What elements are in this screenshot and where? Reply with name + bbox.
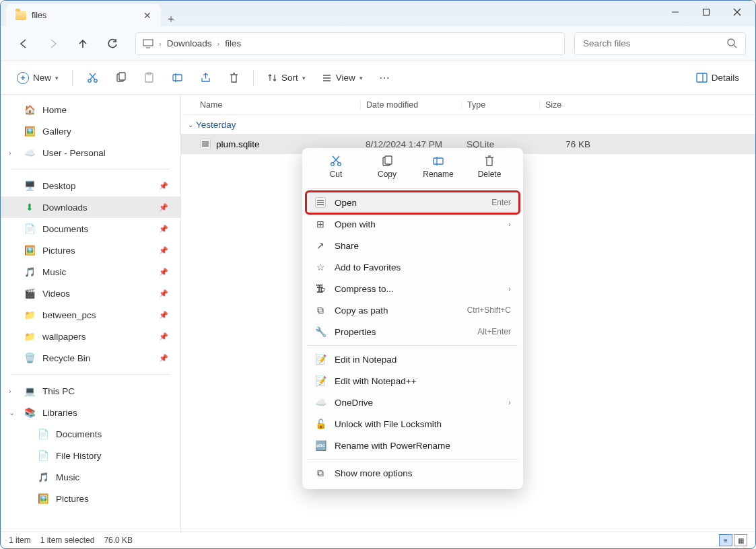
chevron-right-icon[interactable]: › (9, 149, 11, 157)
col-name[interactable]: Name (200, 100, 360, 110)
tab-files[interactable]: files ✕ (6, 4, 161, 26)
sort-label: Sort (281, 73, 298, 83)
sidebar-item-desktop[interactable]: 🖥️Desktop📌 (1, 175, 180, 196)
sidebar-item-videos[interactable]: 🎬Videos📌 (1, 283, 180, 304)
ctx-compress[interactable]: 🗜Compress to...› (306, 278, 519, 299)
svg-rect-29 (434, 158, 443, 164)
details-button[interactable]: Details (689, 67, 746, 89)
chevron-right-icon: › (508, 285, 511, 293)
tab-close-icon[interactable]: ✕ (143, 10, 151, 21)
search-icon (727, 38, 737, 48)
group-yesterday[interactable]: ⌄Yesterday (181, 115, 755, 134)
view-details-toggle[interactable]: ≡ (719, 534, 732, 546)
sidebar-item-home[interactable]: 🏠Home (1, 99, 180, 120)
ctx-open-with[interactable]: ⊞Open with› (306, 213, 519, 235)
lock-icon: 🔓 (314, 418, 327, 429)
col-date[interactable]: ▴Date modified (360, 100, 461, 110)
sidebar-item-libraries[interactable]: ⌄📚Libraries (1, 402, 180, 423)
sidebar-item-wallpapers[interactable]: 📁wallpapers📌 (1, 326, 180, 347)
notepad-icon: 📝 (314, 354, 327, 365)
onedrive-icon: ☁️ (314, 397, 327, 408)
ctx-copy-as-path[interactable]: ⧉Copy as pathCtrl+Shift+C (306, 299, 519, 321)
sidebar-item-recycle-bin[interactable]: 🗑️Recycle Bin📌 (1, 347, 180, 369)
ctx-delete[interactable]: Delete (469, 155, 510, 179)
sidebar-item-lib-file-history[interactable]: 📄File History (1, 445, 180, 466)
sidebar-item-gallery[interactable]: 🖼️Gallery (1, 120, 180, 142)
tab-title: files (32, 11, 46, 20)
copy-button[interactable] (108, 67, 133, 89)
libraries-icon: 📚 (24, 407, 36, 418)
address-bar[interactable]: › Downloads › files (135, 32, 565, 55)
pin-icon: 📌 (159, 268, 168, 277)
paste-button[interactable] (136, 67, 162, 89)
sidebar-item-lib-music[interactable]: 🎵Music (1, 466, 180, 488)
sidebar-item-music[interactable]: 🎵Music📌 (1, 261, 180, 283)
ctx-onedrive[interactable]: ☁️OneDrive› (306, 392, 519, 413)
sidebar-item-downloads[interactable]: ⬇Downloads📌 (1, 196, 180, 218)
sidebar-item-user-personal[interactable]: ›☁️User - Personal (1, 142, 180, 163)
sidebar-item-lib-pictures[interactable]: 🖼️Pictures (1, 488, 180, 509)
sidebar-item-pictures[interactable]: 🖼️Pictures📌 (1, 240, 180, 261)
forward-button[interactable] (40, 32, 67, 56)
ctx-copy[interactable]: Copy (367, 155, 407, 179)
context-menu: Cut Copy Rename Delete OpenEnter ⊞Open w… (302, 148, 523, 489)
status-selected-count: 1 item selected (40, 536, 95, 545)
file-history-icon: 📄 (37, 450, 49, 461)
sidebar: 🏠Home 🖼️Gallery ›☁️User - Personal 🖥️Des… (1, 95, 181, 533)
pin-icon: 📌 (159, 311, 168, 320)
ctx-properties[interactable]: 🔧PropertiesAlt+Enter (306, 321, 519, 342)
col-type[interactable]: Type (461, 100, 539, 110)
up-button[interactable] (69, 32, 96, 56)
chevron-right-icon: › (508, 398, 511, 406)
ctx-edit-notepad[interactable]: 📝Edit in Notepad (306, 349, 519, 370)
details-label: Details (712, 73, 739, 83)
breadcrumb-downloads[interactable]: Downloads (167, 38, 212, 48)
ctx-edit-notepad-plus-plus[interactable]: 📝Edit with Notepad++ (306, 370, 519, 392)
pin-icon: 📌 (159, 246, 168, 255)
delete-button[interactable] (221, 67, 246, 89)
col-size[interactable]: Size (539, 100, 561, 110)
ctx-share[interactable]: ↗Share (306, 235, 519, 256)
svg-rect-1 (703, 9, 710, 15)
maximize-button[interactable] (691, 2, 722, 22)
search-input[interactable] (583, 38, 718, 48)
sidebar-item-this-pc[interactable]: ›💻This PC (1, 380, 180, 402)
ctx-add-favorites[interactable]: ☆Add to Favorites (306, 256, 519, 278)
ctx-cut[interactable]: Cut (316, 155, 356, 179)
ctx-rename[interactable]: Rename (418, 155, 458, 179)
minimize-button[interactable] (660, 2, 691, 22)
view-button[interactable]: View ▾ (315, 67, 370, 89)
ctx-show-more-options[interactable]: ⧉Show more options (306, 462, 519, 484)
breadcrumb-files[interactable]: files (225, 38, 241, 48)
svg-line-26 (333, 156, 339, 163)
new-tab-button[interactable]: ＋ (161, 12, 181, 26)
search-box[interactable] (574, 32, 746, 55)
share-button[interactable] (193, 67, 218, 89)
view-thumbnails-toggle[interactable]: ▦ (734, 534, 747, 546)
new-button[interactable]: + New ▾ (10, 67, 65, 89)
svg-rect-4 (143, 40, 153, 46)
titlebar: files ✕ ＋ (1, 1, 755, 26)
ctx-unlock-locksmith[interactable]: 🔓Unlock with File Locksmith (306, 413, 519, 435)
chevron-right-icon: › (508, 220, 511, 228)
sidebar-item-documents[interactable]: 📄Documents📌 (1, 218, 180, 240)
close-window-button[interactable] (722, 2, 753, 22)
gallery-icon: 🖼️ (24, 126, 36, 137)
ctx-power-rename[interactable]: 🔤Rename with PowerRename (306, 435, 519, 456)
ctx-open[interactable]: OpenEnter (306, 192, 519, 213)
chevron-down-icon: ⌄ (188, 121, 193, 129)
sort-button[interactable]: Sort ▾ (261, 67, 312, 89)
sidebar-item-between-pcs[interactable]: 📁between_pcs📌 (1, 304, 180, 326)
documents-icon: 📄 (37, 429, 49, 439)
refresh-button[interactable] (99, 32, 126, 56)
pin-icon: 📌 (159, 225, 168, 233)
copy-path-icon: ⧉ (314, 305, 327, 316)
chevron-down-icon[interactable]: ⌄ (9, 408, 15, 417)
sidebar-item-lib-documents[interactable]: 📄Documents (1, 423, 180, 445)
cut-button[interactable] (79, 67, 105, 89)
folder-icon: 📁 (24, 309, 36, 320)
chevron-right-icon[interactable]: › (9, 387, 11, 395)
rename-button[interactable] (164, 67, 190, 89)
back-button[interactable] (10, 32, 37, 56)
more-button[interactable]: ⋯ (372, 67, 398, 89)
